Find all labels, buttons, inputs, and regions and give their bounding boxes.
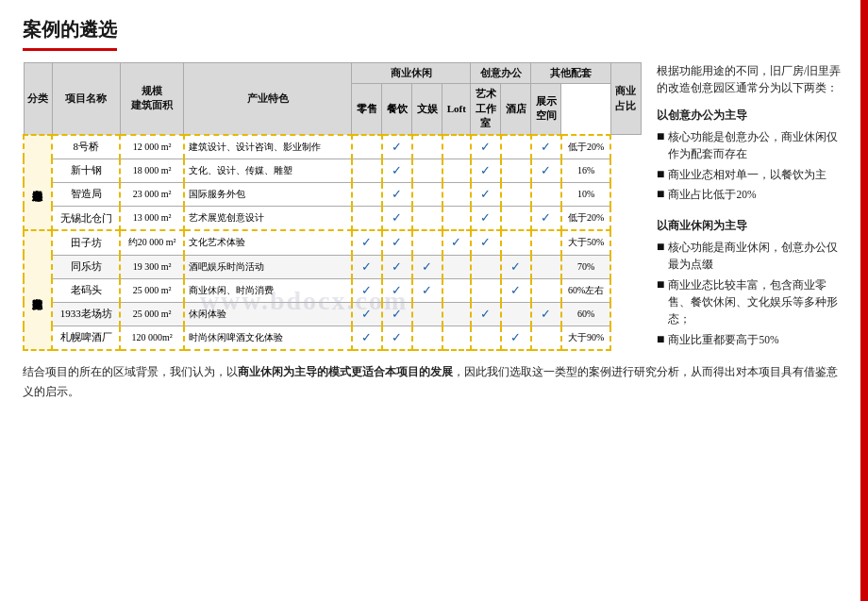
row-name: 8号桥 bbox=[52, 135, 120, 159]
row-ratio: 大于50% bbox=[561, 230, 611, 255]
row-hotel bbox=[501, 135, 531, 159]
row-hotel bbox=[501, 207, 531, 231]
table-section: 分类 项目名称 规模建筑面积 产业特色 商业休闲 创意办公 其他配套 商业占比 … bbox=[23, 62, 642, 351]
side-group1-bullet-1: ■ 核心功能是创意办公，商业休闲仅作为配套而存在 bbox=[657, 128, 845, 163]
row-area: 19 300 m² bbox=[120, 255, 183, 278]
col-category: 分类 bbox=[24, 63, 52, 135]
row-area: 25 000 m² bbox=[120, 278, 183, 302]
row-dining: ✓ bbox=[382, 182, 412, 206]
row-area: 23 000 m² bbox=[120, 182, 183, 206]
side-group2-title: 以商业休闲为主导 bbox=[657, 217, 845, 235]
row-retail: ✓ bbox=[352, 278, 382, 302]
row-loft bbox=[442, 255, 471, 278]
row-feature: 文化艺术体验 bbox=[184, 230, 352, 255]
table-row: 新十钢 18 000 m² 文化、设计、传媒、雕塑 ✓ ✓ ✓ 16% bbox=[24, 159, 642, 182]
row-loft bbox=[442, 302, 471, 326]
row-display bbox=[531, 182, 561, 206]
row-art-studio: ✓ bbox=[471, 302, 501, 326]
row-display bbox=[531, 278, 561, 302]
row-ratio: 60%左右 bbox=[561, 278, 611, 302]
col-other: 其他配套 bbox=[531, 63, 611, 84]
row-dining: ✓ bbox=[382, 255, 412, 278]
row-ratio: 低于20% bbox=[561, 207, 611, 231]
row-display: ✓ bbox=[531, 159, 561, 182]
col-loft: Loft bbox=[442, 84, 471, 135]
col-commercial: 商业休闲 bbox=[352, 63, 471, 84]
row-art-studio bbox=[471, 326, 501, 351]
col-art-studio: 艺术工作室 bbox=[471, 84, 501, 135]
side-group2-bullet-2: ■ 商业业态比较丰富，包含商业零售、餐饮休闲、文化娱乐等多种形态； bbox=[657, 276, 845, 328]
row-hotel bbox=[501, 230, 531, 255]
col-feature: 产业特色 bbox=[184, 63, 352, 135]
row-loft: ✓ bbox=[442, 230, 471, 255]
row-name: 新十钢 bbox=[52, 159, 120, 182]
row-display bbox=[531, 255, 561, 278]
row-hotel bbox=[501, 159, 531, 182]
row-entertainment bbox=[412, 182, 442, 206]
side-group2-bullet-1: ■ 核心功能是商业休闲，创意办公仅最为点缀 bbox=[657, 239, 845, 274]
row-loft bbox=[442, 135, 471, 159]
row-display: ✓ bbox=[531, 135, 561, 159]
row-loft bbox=[442, 159, 471, 182]
row-dining: ✓ bbox=[382, 230, 412, 255]
table-row: 1933老场坊 25 000 m² 休闲体验 ✓ ✓ ✓ ✓ 60% bbox=[24, 302, 642, 326]
row-entertainment bbox=[412, 207, 442, 231]
row-art-studio: ✓ bbox=[471, 230, 501, 255]
row-art-studio bbox=[471, 278, 501, 302]
side-group2-bullet-3: ■ 商业比重都要高于50% bbox=[657, 331, 845, 348]
row-art-studio bbox=[471, 255, 501, 278]
table-row: 札幌啤酒厂 120 000m² 时尚休闲啤酒文化体验 ✓ ✓ ✓ 大于90% bbox=[24, 326, 642, 351]
row-loft bbox=[442, 326, 471, 351]
row-entertainment bbox=[412, 302, 442, 326]
footer-text: 结合项目的所在的区域背景，我们认为，以商业休闲为主导的模式更适合本项目的发展，因… bbox=[23, 362, 845, 401]
row-hotel bbox=[501, 182, 531, 206]
row-area: 12 000 m² bbox=[120, 135, 183, 159]
side-group1-bullet-2: ■ 商业业态相对单一，以餐饮为主 bbox=[657, 166, 845, 183]
row-area: 25 000 m² bbox=[120, 302, 183, 326]
row-dining: ✓ bbox=[382, 302, 412, 326]
side-group1-title: 以创意办公为主导 bbox=[657, 107, 845, 125]
table-row: 以商业休闲为主导 田子坊 约20 000 m² 文化艺术体验 ✓ ✓ ✓ ✓ 大… bbox=[24, 230, 642, 255]
row-entertainment bbox=[412, 230, 442, 255]
row-retail bbox=[352, 182, 382, 206]
row-art-studio: ✓ bbox=[471, 182, 501, 206]
row-art-studio: ✓ bbox=[471, 135, 501, 159]
row-display bbox=[531, 230, 561, 255]
row-feature: 艺术展览创意设计 bbox=[184, 207, 352, 231]
col-display: 展示空间 bbox=[531, 84, 561, 135]
row-loft bbox=[442, 278, 471, 302]
row-ratio: 低于20% bbox=[561, 135, 611, 159]
row-dining: ✓ bbox=[382, 159, 412, 182]
table-row: 以创意办公为主导 8号桥 12 000 m² 建筑设计、设计咨询、影业制作 ✓ … bbox=[24, 135, 642, 159]
category-cell-1: 以创意办公为主导 bbox=[24, 135, 52, 231]
side-notes: 根据功能用途的不同，旧厂房/旧里弄的改造创意园区通常分为以下两类： 以创意办公为… bbox=[657, 62, 845, 351]
row-art-studio: ✓ bbox=[471, 159, 501, 182]
row-display: ✓ bbox=[531, 302, 561, 326]
row-ratio: 16% bbox=[561, 159, 611, 182]
row-ratio: 70% bbox=[561, 255, 611, 278]
table-row: 老码头 25 000 m² 商业休闲、时尚消费 ✓ ✓ ✓ ✓ 60%左右 bbox=[24, 278, 642, 302]
row-loft bbox=[442, 207, 471, 231]
main-table: 分类 项目名称 规模建筑面积 产业特色 商业休闲 创意办公 其他配套 商业占比 … bbox=[23, 62, 642, 351]
row-name: 无锡北仓门 bbox=[52, 207, 120, 231]
row-entertainment bbox=[412, 326, 442, 351]
row-entertainment: ✓ bbox=[412, 255, 442, 278]
row-feature: 建筑设计、设计咨询、影业制作 bbox=[184, 135, 352, 159]
row-display: ✓ bbox=[531, 207, 561, 231]
row-ratio: 大于90% bbox=[561, 326, 611, 351]
row-hotel bbox=[501, 302, 531, 326]
row-loft bbox=[442, 182, 471, 206]
row-feature: 商业休闲、时尚消费 bbox=[184, 278, 352, 302]
row-area: 18 000 m² bbox=[120, 159, 183, 182]
row-name: 田子坊 bbox=[52, 230, 120, 255]
col-hotel: 酒店 bbox=[501, 84, 531, 135]
col-area: 规模建筑面积 bbox=[120, 63, 183, 135]
col-dining: 餐饮 bbox=[382, 84, 412, 135]
row-art-studio: ✓ bbox=[471, 207, 501, 231]
row-retail: ✓ bbox=[352, 255, 382, 278]
row-area: 120 000m² bbox=[120, 326, 183, 351]
table-body: 以创意办公为主导 8号桥 12 000 m² 建筑设计、设计咨询、影业制作 ✓ … bbox=[24, 135, 642, 351]
page-title: 案例的遴选 bbox=[23, 17, 117, 51]
row-name: 同乐坊 bbox=[52, 255, 120, 278]
row-name: 札幌啤酒厂 bbox=[52, 326, 120, 351]
